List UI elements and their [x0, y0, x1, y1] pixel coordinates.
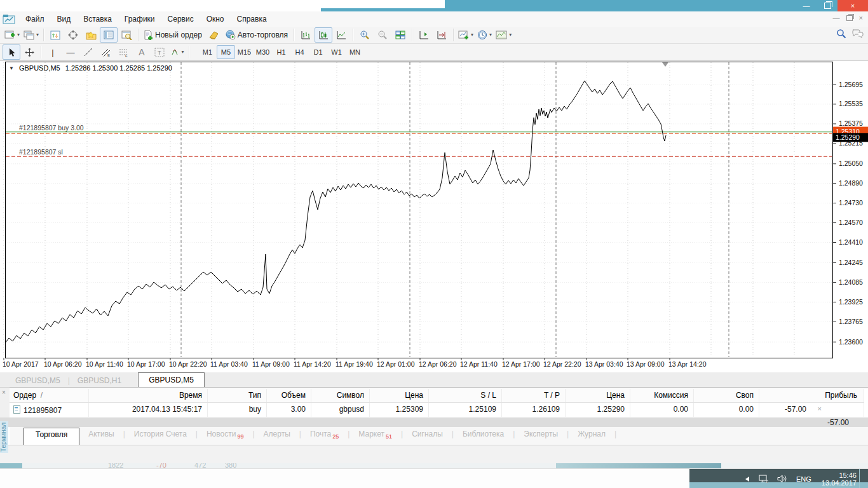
timeframe-h1[interactable]: H1 [272, 45, 290, 59]
column-time[interactable]: Время [89, 389, 208, 402]
tab-journal[interactable]: Журнал [569, 427, 614, 442]
column-sl[interactable]: S / L [429, 389, 502, 402]
column-commission[interactable]: Комиссия [630, 389, 694, 402]
strategy-tester-button[interactable] [118, 27, 135, 43]
column-order[interactable]: Ордер / [10, 389, 89, 402]
tab-exposure[interactable]: Активы [79, 427, 123, 442]
menu-tools[interactable]: Сервис [161, 13, 200, 25]
order-row[interactable]: 121895807 2017.04.13 15:45:17 buy 3.00 g… [10, 403, 864, 417]
zoom-in-button[interactable] [356, 27, 374, 43]
menu-view[interactable]: Вид [51, 13, 78, 25]
search-icon[interactable] [836, 29, 846, 39]
mdi-restore-button[interactable] [846, 15, 853, 21]
timeframe-m30[interactable]: M30 [254, 45, 272, 59]
zoom-out-button[interactable] [374, 27, 391, 43]
tab-signals[interactable]: Сигналы [403, 427, 452, 442]
autotrading-button[interactable]: Авто-торговля [223, 27, 291, 43]
templates-icon [496, 30, 507, 39]
market-watch-button[interactable] [46, 27, 64, 43]
chart-tab-gbpusd-m5-active[interactable]: GBPUSD,M5 [138, 372, 205, 387]
terminal-panel-button[interactable] [100, 27, 118, 43]
timeframe-w1[interactable]: W1 [327, 45, 346, 59]
tab-market[interactable]: Маркет51 [349, 427, 401, 442]
svg-text:T: T [158, 50, 161, 56]
language-indicator[interactable]: ENG [796, 475, 811, 483]
timeframe-mn[interactable]: MN [346, 45, 364, 59]
timeframe-m1[interactable]: M1 [198, 45, 217, 59]
timeframe-h4[interactable]: H4 [290, 45, 309, 59]
label-tool-button[interactable]: T [151, 44, 168, 60]
chat-icon[interactable] [851, 29, 864, 39]
trendline-tool-button[interactable] [79, 44, 97, 60]
new-order-button[interactable]: Новый ордер [141, 27, 205, 43]
speaker-icon[interactable] [777, 475, 787, 483]
column-type[interactable]: Тип [208, 389, 267, 402]
navigator-button[interactable] [82, 27, 100, 43]
column-swap[interactable]: Своп [694, 389, 759, 402]
tab-news[interactable]: Новости99 [198, 427, 252, 442]
close-button[interactable]: × [837, 0, 868, 11]
menu-help[interactable]: Справка [231, 13, 273, 25]
chart-shift-marker[interactable] [662, 62, 668, 67]
horizontal-line-tool-button[interactable]: — [62, 44, 79, 60]
line-chart-button[interactable] [332, 27, 350, 43]
tile-windows-button[interactable] [391, 27, 409, 43]
terminal-close-icon[interactable]: × [2, 389, 6, 396]
cursor-tool-button[interactable] [3, 44, 20, 60]
tab-account-history[interactable]: История Счета [125, 427, 196, 442]
chart-tab-gbpusd-m5-1[interactable]: GBPUSD,M5 [8, 374, 68, 387]
tab-experts[interactable]: Эксперты [515, 427, 567, 442]
crosshair-tool-button[interactable] [20, 44, 38, 60]
menu-window[interactable]: Окно [200, 13, 231, 25]
tab-mailbox[interactable]: Почта25 [301, 427, 348, 442]
chart-area[interactable]: 1.256951.255351.253751.252151.250501.248… [0, 61, 868, 372]
menu-file[interactable]: Файл [19, 13, 51, 25]
chart-tab-gbpusd-h1[interactable]: GBPUSD,H1 [70, 374, 129, 387]
data-window-button[interactable] [64, 27, 82, 43]
tab-library[interactable]: Библиотека [454, 427, 513, 442]
taskbar-clock[interactable]: 15:46 13.04.2017 [822, 471, 857, 487]
indicators-button[interactable]: ▾ [456, 27, 475, 43]
candlestick-chart-button[interactable] [315, 27, 332, 43]
tab-trade[interactable]: Торговля [24, 428, 79, 445]
periods-button[interactable]: ▾ [475, 27, 494, 43]
timeframe-m5[interactable]: M5 [217, 45, 235, 59]
network-icon[interactable] [758, 475, 768, 483]
column-symbol[interactable]: Символ [311, 389, 370, 402]
timeframe-m15[interactable]: M15 [235, 45, 254, 59]
market-badge: 51 [386, 433, 392, 440]
mdi-minimize-button[interactable]: — [833, 14, 840, 22]
arrows-tool-button[interactable]: ▾ [168, 44, 186, 60]
show-desktop-divider[interactable] [859, 469, 860, 488]
vertical-line-tool-button[interactable]: | [44, 44, 62, 60]
timeframe-d1[interactable]: D1 [309, 45, 327, 59]
price-chart[interactable]: 1.256951.255351.253751.252151.250501.248… [0, 61, 868, 372]
channel-tool-button[interactable]: E [97, 44, 115, 60]
column-price-current[interactable]: Цена [566, 389, 630, 402]
column-volume[interactable]: Объем [267, 389, 311, 402]
mdi-close-button[interactable]: × [859, 14, 863, 22]
metaeditor-button[interactable] [205, 27, 223, 43]
new-chart-icon [4, 30, 15, 40]
text-tool-button[interactable]: A [133, 44, 151, 60]
restore-icon [824, 3, 831, 9]
auto-scroll-button[interactable] [433, 27, 451, 43]
bar-chart-button[interactable] [297, 27, 315, 43]
terminal-side-tab[interactable]: Терминал [0, 421, 8, 453]
profiles-button[interactable]: ▾ [22, 27, 41, 43]
hidden-icons-arrow[interactable] [745, 477, 749, 482]
new-chart-button[interactable]: ▾ [3, 27, 22, 43]
close-position-icon[interactable]: × [818, 405, 822, 412]
chart-dropdown-icon[interactable]: ▼ [9, 65, 14, 71]
column-tp[interactable]: T / P [502, 389, 566, 402]
column-profit[interactable]: Прибыль [759, 389, 864, 402]
minimize-button[interactable]: — [796, 0, 817, 11]
menu-insert[interactable]: Вставка [77, 13, 118, 25]
templates-button[interactable]: ▾ [494, 27, 513, 43]
restore-button[interactable] [818, 0, 836, 11]
chart-shift-button[interactable] [415, 27, 433, 43]
tab-alerts[interactable]: Алерты [255, 427, 299, 442]
fibonacci-tool-button[interactable]: F [115, 44, 133, 60]
menu-charts[interactable]: Графики [118, 13, 161, 25]
column-price-open[interactable]: Цена [370, 389, 429, 402]
